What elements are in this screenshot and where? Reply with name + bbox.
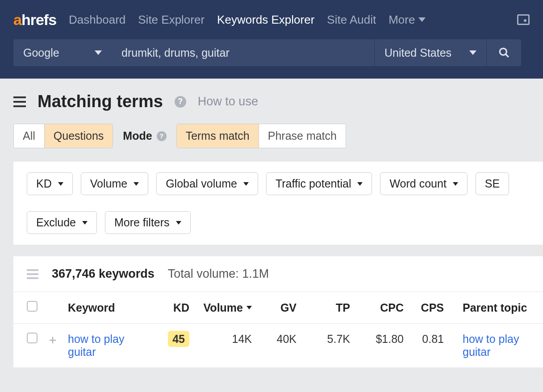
col-cpc[interactable]: CPC — [355, 292, 409, 324]
table-panel: 367,746 keywords Total volume: 1.1M Keyw… — [13, 256, 543, 367]
table-header-row: Keyword KD Volume GV TP CPC CPS Parent t… — [13, 292, 543, 324]
filter-label: SE — [485, 177, 500, 190]
tab-group-type: All Questions — [13, 124, 113, 148]
filter-label: Global volume — [166, 177, 237, 190]
chevron-down-icon — [357, 182, 363, 186]
sidebar-toggle[interactable] — [13, 96, 26, 107]
chevron-down-icon — [95, 50, 102, 55]
chevron-down-icon — [469, 50, 476, 55]
cell-cpc: $1.80 — [355, 324, 409, 368]
filter-traffic-potential[interactable]: Traffic potential — [266, 172, 372, 195]
filter-label: Word count — [389, 177, 446, 190]
cell-tp: 5.7K — [302, 324, 355, 368]
total-volume: Total volume: 1.1M — [168, 267, 269, 281]
nav-dashboard[interactable]: Dashboard — [69, 13, 125, 27]
engine-select-label: Google — [23, 46, 59, 59]
density-toggle[interactable] — [27, 269, 38, 279]
search-row: Google United States — [0, 39, 543, 79]
logo[interactable]: ahrefs — [13, 11, 56, 29]
svg-point-0 — [500, 48, 506, 55]
col-volume[interactable]: Volume — [195, 292, 257, 324]
country-select-label: United States — [384, 46, 451, 59]
table-summary: 367,746 keywords Total volume: 1.1M — [13, 256, 543, 292]
nav-more[interactable]: More — [388, 13, 426, 27]
col-tp[interactable]: TP — [302, 292, 355, 324]
search-input[interactable] — [112, 39, 374, 66]
engine-select[interactable]: Google — [13, 39, 112, 66]
search-button[interactable] — [486, 39, 521, 66]
col-volume-label: Volume — [204, 301, 243, 314]
country-select[interactable]: United States — [374, 39, 486, 66]
filter-volume[interactable]: Volume — [81, 172, 148, 195]
row-checkbox[interactable] — [27, 333, 38, 343]
chevron-down-icon — [418, 17, 426, 22]
filter-label: Traffic potential — [276, 177, 351, 190]
col-gv[interactable]: GV — [257, 292, 302, 324]
help-icon[interactable]: ? — [175, 96, 186, 108]
col-kd[interactable]: KD — [161, 292, 195, 324]
filter-global-volume[interactable]: Global volume — [156, 172, 258, 195]
nav-row: ahrefs Dashboard Site Explorer Keywords … — [0, 0, 543, 39]
page-title: Matching terms — [38, 92, 163, 111]
chevron-down-icon — [176, 221, 181, 225]
nav-site-explorer[interactable]: Site Explorer — [138, 13, 205, 27]
filter-label: Volume — [90, 177, 127, 190]
select-all-checkbox[interactable] — [27, 301, 38, 312]
table-row: + how to play guitar 45 14K 40K 5.7K $1.… — [13, 324, 543, 368]
filter-serp[interactable]: SE — [476, 172, 509, 195]
kd-badge: 45 — [168, 331, 189, 347]
nav-more-label: More — [388, 13, 415, 27]
nav-keywords-explorer[interactable]: Keywords Explorer — [217, 13, 314, 27]
filter-word-count[interactable]: Word count — [380, 172, 467, 195]
chevron-down-icon — [453, 182, 458, 186]
logo-letter-a: a — [13, 11, 21, 28]
tab-questions[interactable]: Questions — [45, 124, 113, 148]
col-cps[interactable]: CPS — [409, 292, 449, 324]
search-icon — [498, 47, 510, 58]
content: Matching terms ? How to use All Question… — [0, 79, 543, 367]
keyword-link[interactable]: how to play guitar — [68, 333, 148, 359]
cell-cps: 0.81 — [409, 324, 449, 368]
top-header: ahrefs Dashboard Site Explorer Keywords … — [0, 0, 543, 79]
how-to-use-link[interactable]: How to use — [198, 95, 258, 108]
tab-phrase-match[interactable]: Phrase match — [259, 124, 346, 148]
filter-label: Exclude — [36, 216, 76, 229]
svg-line-1 — [505, 54, 509, 57]
keyword-count: 367,746 keywords — [52, 267, 155, 281]
filter-label: KD — [36, 177, 52, 190]
filter-label: More filters — [114, 216, 170, 229]
filters-panel: KD Volume Global volume Traffic potentia… — [13, 162, 543, 245]
cell-volume: 14K — [195, 324, 257, 368]
tabs-row: All Questions Mode ? Terms match Phrase … — [13, 124, 543, 148]
filter-exclude[interactable]: Exclude — [27, 211, 97, 234]
mode-label-text: Mode — [123, 129, 152, 142]
tab-terms-match[interactable]: Terms match — [177, 124, 259, 148]
filter-kd[interactable]: KD — [27, 172, 73, 195]
results-table: Keyword KD Volume GV TP CPC CPS Parent t… — [13, 292, 543, 367]
help-icon[interactable]: ? — [157, 131, 167, 141]
col-keyword[interactable]: Keyword — [63, 292, 161, 324]
expand-icon[interactable]: + — [49, 333, 57, 347]
tab-group-mode: Terms match Phrase match — [176, 124, 346, 148]
chevron-down-icon — [134, 182, 139, 186]
mode-label: Mode ? — [123, 129, 166, 142]
cell-gv: 40K — [257, 324, 302, 368]
chevron-down-icon — [58, 182, 63, 186]
display-icon[interactable] — [517, 14, 530, 25]
page-title-row: Matching terms ? How to use — [13, 92, 543, 111]
filter-more[interactable]: More filters — [105, 211, 191, 234]
nav-site-audit[interactable]: Site Audit — [327, 13, 376, 27]
sort-desc-icon — [246, 306, 252, 309]
chevron-down-icon — [82, 221, 88, 225]
logo-rest: hrefs — [21, 11, 56, 28]
tab-all[interactable]: All — [14, 124, 45, 148]
parent-topic-link[interactable]: how to play guitar — [463, 333, 538, 359]
chevron-down-icon — [243, 182, 249, 186]
col-parent[interactable]: Parent topic — [449, 292, 543, 324]
